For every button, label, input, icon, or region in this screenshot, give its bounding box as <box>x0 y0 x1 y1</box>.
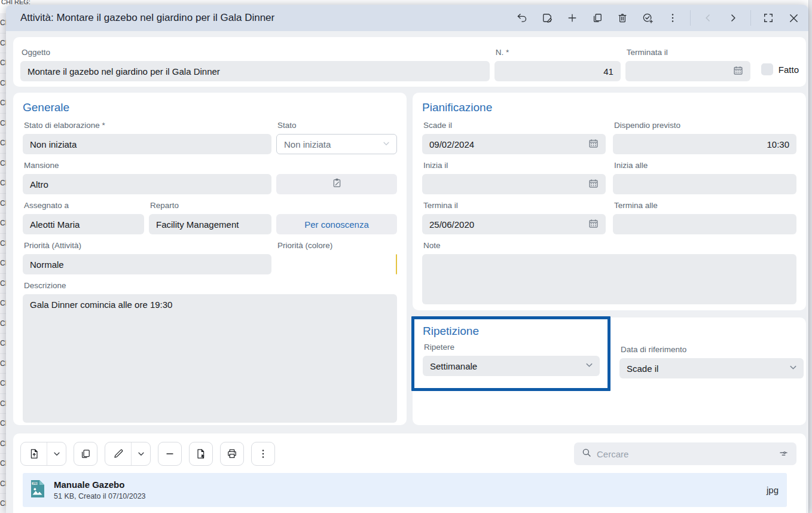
pianificazione-card: Pianificazione Scade il 09/02/2024 Dispe… <box>413 93 806 310</box>
priorita-colore-swatch[interactable] <box>396 254 397 274</box>
mansione-edit-button[interactable] <box>276 174 397 194</box>
mansione-label: Mansione <box>24 161 271 170</box>
assegnato-field[interactable]: Aleotti Maria <box>23 214 144 234</box>
select-file-icon[interactable] <box>189 442 213 466</box>
ripetizione-highlight-box: Ripetizione Ripetere Settimanale <box>411 316 610 391</box>
background-edge-right <box>808 0 812 513</box>
calendar-icon[interactable] <box>588 138 599 150</box>
note-textarea[interactable] <box>422 254 796 304</box>
ripetere-label: Ripetere <box>424 343 600 352</box>
dialog-body: Oggetto Montare il gazebo nel giardino p… <box>6 31 808 513</box>
next-record-icon[interactable] <box>723 8 743 28</box>
header-card: Oggetto Montare il gazebo nel giardino p… <box>13 37 806 87</box>
dialog-titlebar: Attività: Montare il gazebo nel giardino… <box>6 5 808 31</box>
attachment-row[interactable]: JPEG Manuale Gazebo 51 KB, Creato il 07/… <box>23 473 787 507</box>
inizia-alle-label: Inizia alle <box>614 161 796 170</box>
calendar-icon[interactable] <box>588 218 599 230</box>
search-input[interactable] <box>597 449 770 459</box>
reparto-field[interactable]: Facility Management <box>149 214 271 234</box>
maximize-icon[interactable] <box>758 8 779 28</box>
stato-elaborazione-label: Stato di elaborazione * <box>24 121 271 130</box>
termina-alle-field[interactable] <box>613 214 796 234</box>
undo-icon[interactable] <box>512 8 532 28</box>
ripetere-dropdown[interactable]: Settimanale <box>423 356 600 376</box>
complete-add-icon[interactable] <box>637 8 658 28</box>
pianificazione-title: Pianificazione <box>422 101 796 114</box>
priorita-attivita-value: Normale <box>30 259 64 270</box>
scade-il-value: 09/02/2024 <box>429 139 474 149</box>
priorita-attivita-field[interactable]: Normale <box>23 254 271 274</box>
fatto-label: Fatto <box>779 65 799 75</box>
attachments-search-box <box>574 442 796 465</box>
stato-value: Non iniziata <box>284 139 331 149</box>
data-riferimento-dropdown[interactable]: Scade il <box>619 358 804 378</box>
edit-dropdown-icon[interactable] <box>131 442 150 465</box>
calendar-icon[interactable] <box>588 178 599 190</box>
termina-il-label: Termina il <box>423 201 606 210</box>
reparto-value: Facility Management <box>156 219 239 230</box>
upload-dropdown-icon[interactable] <box>47 442 66 465</box>
descrizione-label: Descrizione <box>24 281 397 291</box>
generale-card: Generale Stato di elaborazione * Non ini… <box>13 93 407 425</box>
filter-icon[interactable] <box>775 445 792 462</box>
mansione-value: Altro <box>30 179 48 190</box>
priorita-attivita-label: Priorità (Attività) <box>24 241 271 251</box>
upload-file-icon[interactable] <box>21 442 47 465</box>
calendar-icon[interactable] <box>733 65 743 77</box>
edit-split-button <box>105 442 151 466</box>
numero-value: 41 <box>603 66 613 77</box>
descrizione-textarea[interactable]: Gala Dinner comincia alle ore 19:30 <box>23 294 397 423</box>
more-actions-icon[interactable] <box>251 442 275 466</box>
generale-title: Generale <box>23 101 397 114</box>
dispendio-field[interactable]: 10:30 <box>613 134 796 154</box>
mansione-field[interactable]: Altro <box>23 174 271 194</box>
scade-il-label: Scade il <box>423 121 606 130</box>
stato-dropdown[interactable]: Non iniziata <box>276 134 397 154</box>
ripetizione-title: Ripetizione <box>423 325 600 338</box>
attachments-toolbar <box>20 442 796 466</box>
oggetto-value: Montare il gazebo nel giardino per il Ga… <box>28 66 220 77</box>
duplicate-icon[interactable] <box>587 8 608 28</box>
terminata-field[interactable] <box>625 61 750 81</box>
more-icon[interactable] <box>663 8 683 28</box>
termina-il-field[interactable]: 25/06/2020 <box>422 214 606 234</box>
image-file-icon: JPEG <box>30 480 45 500</box>
termina-il-value: 25/06/2020 <box>429 219 474 230</box>
file-name: Manuale Gazebo <box>54 480 146 490</box>
inizia-il-field[interactable] <box>422 174 606 194</box>
clipboard-edit-icon <box>331 178 343 191</box>
close-icon[interactable] <box>783 8 804 28</box>
terminata-label: Terminata il <box>627 48 750 57</box>
per-conoscenza-button[interactable]: Per conoscenza <box>276 214 397 234</box>
chevron-down-icon <box>789 363 798 374</box>
delete-icon[interactable] <box>612 8 633 28</box>
titlebar-separator <box>750 10 751 26</box>
attachments-card: JPEG Manuale Gazebo 51 KB, Creato il 07/… <box>13 433 806 513</box>
prev-record-icon[interactable] <box>698 8 718 28</box>
task-detail-dialog: Attività: Montare il gazebo nel giardino… <box>6 5 808 513</box>
save-edit-icon[interactable] <box>537 8 557 28</box>
priorita-colore-label: Priorità (colore) <box>277 241 397 251</box>
note-label: Note <box>423 241 796 251</box>
print-icon[interactable] <box>220 442 244 466</box>
fatto-checkbox[interactable] <box>761 63 773 75</box>
ripetizione-card: Ripetizione Ripetere Settimanale Data di… <box>413 317 806 425</box>
stato-elaborazione-field[interactable]: Non iniziata <box>23 134 271 154</box>
add-icon[interactable] <box>562 8 582 28</box>
background-edge-column: CHCHCHCHCHCHCHCHCHCHCHCHCHCHCHCHCHCHCHCH… <box>0 13 6 513</box>
oggetto-field[interactable]: Montare il gazebo nel giardino per il Ga… <box>20 61 490 81</box>
upload-split-button <box>20 442 66 466</box>
inizia-alle-field[interactable] <box>613 174 796 194</box>
svg-text:JPEG: JPEG <box>33 483 38 485</box>
file-meta: 51 KB, Creato il 07/10/2023 <box>54 492 146 500</box>
numero-field[interactable]: 41 <box>494 61 621 81</box>
remove-icon[interactable] <box>158 442 182 466</box>
duplicate-file-icon[interactable] <box>74 442 97 466</box>
scade-il-field[interactable]: 09/02/2024 <box>422 134 606 154</box>
dispendio-label: Dispendio previsto <box>614 121 796 130</box>
stato-label: Stato <box>277 121 397 130</box>
titlebar-actions <box>512 8 804 28</box>
search-icon <box>581 447 592 460</box>
edit-pencil-icon[interactable] <box>105 442 131 465</box>
stato-elaborazione-value: Non iniziata <box>30 139 77 149</box>
